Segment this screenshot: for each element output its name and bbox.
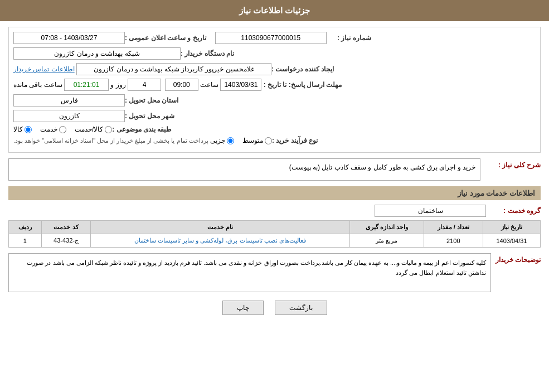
col-tedad: تعداد / مقدار [424,221,483,234]
radio-khadamat-label: خدمت [40,125,57,133]
col-name: نام خدمت [91,221,349,234]
table-row: 1403/04/31 2100 مربع متر فعالیت‌های نصب … [9,234,541,248]
col-vahed: واحد اندازه گیری [349,221,424,234]
radio-kala-label: کالا [13,125,23,133]
row-ijad-konande: ایجاد کننده درخواست : غلامحسین خیرپور کا… [13,63,536,75]
mohlat-baqi-label: ساعت باقی مانده [13,81,62,89]
sharh-koli-box: خرید و اجرای برق کشی به طور کامل و سقف ک… [8,158,480,181]
col-tarikh: تاریخ نیاز [483,221,540,234]
cell-kod: ج-432-43 [41,234,91,248]
tosih-value: کلیه کسورات اعم از بیمه و مالیات و.... ب… [8,253,491,292]
cell-tedad: 2100 [424,234,483,248]
sharh-koli-value: خرید و اجرای برق کشی به طور کامل و سقف ک… [8,158,480,181]
shomare-niaz-label: شماره نیاز : [327,34,371,42]
col-radif: ردیف [9,221,42,234]
radio-jozii: جزیی [210,137,234,144]
row-shahr: شهر محل تحویل : کازرون [13,110,536,122]
row-noe-farayand: نوع فرآیند خرید : متوسط جزیی پرداخت تمام… [13,137,536,144]
mohlat-label: مهلت ارسال پاسخ: تا تاریخ : [264,81,342,89]
info-khadamat-title: اطلاعات خدمات مورد نیاز [8,186,541,200]
services-table: تاریخ نیاز تعداد / مقدار واحد اندازه گیر… [8,220,541,248]
radio-kala: کالا [13,125,32,133]
tarikh-aelan-value: 1403/03/27 - 07:08 [13,32,125,44]
group-khadamat-label: گروه خدمت : [490,207,541,215]
cell-radif: 1 [9,234,42,248]
radio-kala-khadamat-input[interactable] [105,126,112,133]
mohlat-roz-label: روز و [110,81,125,89]
bottom-buttons: بازگشت چاپ [8,301,541,315]
services-table-section: تاریخ نیاز تعداد / مقدار واحد اندازه گیر… [8,220,541,248]
radio-motavaset: متوسط [242,137,272,144]
cell-vahed: مربع متر [349,234,424,248]
tosih-label: توضیحات خریدار [495,253,541,264]
tarikh-aelan-label: تاریخ و ساعت اعلان عمومی : [125,34,206,42]
tabaqe-radio-group: کالا/خدمت خدمت کالا [13,125,112,133]
row-mohlat: مهلت ارسال پاسخ: تا تاریخ : 1403/03/31 س… [13,79,536,91]
row-shomare-tarikh: شماره نیاز : 1103090677000015 تاریخ و سا… [13,32,536,44]
mohlat-time: 09:00 [165,79,198,91]
farayand-desc: پرداخت تمام یا بخشی از مبلغ خریدار از مح… [13,137,208,144]
page-header: جزئیات اطلاعات نیاز [0,0,549,21]
cell-tarikh: 1403/04/31 [483,234,540,248]
radio-khadamat: خدمت [40,125,66,133]
radio-khadamat-input[interactable] [59,126,66,133]
farayand-radio-group: متوسط جزیی [210,137,272,144]
tabaqe-label: طبقه بندی موضوعی : [112,125,172,133]
shomare-niaz-value: 1103090677000015 [215,32,327,44]
sharh-koli-section: شرح کلی نیاز : خرید و اجرای برق کشی به ط… [8,158,541,181]
mohlat-roz: 4 [128,79,161,91]
cell-name: فعالیت‌های نصب تاسیسات برق، لوله‌کشی و س… [91,234,349,248]
mohlat-baqi: 01:21:01 [64,79,109,91]
noe-farayand-label: نوع فرآیند خرید : [272,137,318,144]
ostan-label: استان محل تحویل : [125,96,178,104]
col-kod: کد خدمت [41,221,91,234]
row-ostan: استان محل تحویل : فارس [13,94,536,107]
radio-motavaset-input[interactable] [265,137,272,144]
group-khadamat-value: ساختمان [375,205,486,217]
radio-motavaset-label: متوسط [242,137,263,144]
nam-dastgah-value: شبکه بهداشت و درمان کازرون [13,47,181,60]
page-container: جزئیات اطلاعات نیاز شماره نیاز : 1103090… [0,0,549,392]
ostan-value: فارس [13,94,125,107]
tosih-box-wrap: کلیه کسورات اعم از بیمه و مالیات و.... ب… [8,253,491,292]
tosih-section: توضیحات خریدار کلیه کسورات اعم از بیمه و… [8,253,541,292]
radio-kala-khadamat-label: کالا/خدمت [75,125,103,133]
radio-kala-input[interactable] [25,126,32,133]
page-title: جزئیات اطلاعات نیاز [239,6,310,15]
group-khadamat-row: گروه خدمت : ساختمان [8,205,541,217]
mohlat-time-label: ساعت [200,81,218,89]
row-nam-dastgah: نام دستگاه خریدار : شبکه بهداشت و درمان … [13,47,536,60]
ijad-konande-link[interactable]: اطلاعات تماس خریدار [13,65,75,73]
shahr-value: کازرون [13,110,125,122]
radio-jozii-label: جزیی [210,137,225,144]
mohlat-date: 1403/03/31 [220,79,261,91]
radio-kala-khadamat: کالا/خدمت [75,125,112,133]
sharh-koli-label: شرح کلی نیاز : [485,158,541,169]
row-tabaqe: طبقه بندی موضوعی : کالا/خدمت خدمت کالا [13,125,536,133]
ijad-konande-label: ایجاد کننده درخواست : [271,65,334,73]
print-button[interactable]: چاپ [222,301,264,315]
radio-jozii-input[interactable] [227,137,234,144]
ijad-konande-value: غلامحسین خیرپور کاربرداز شبکه بهداشت و د… [76,63,271,75]
nam-dastgah-label: نام دستگاه خریدار : [181,50,234,57]
top-info-section: شماره نیاز : 1103090677000015 تاریخ و سا… [8,27,541,153]
content-area: شماره نیاز : 1103090677000015 تاریخ و سا… [0,21,549,329]
back-button[interactable]: بازگشت [275,301,327,315]
shahr-label: شهر محل تحویل : [125,112,174,120]
